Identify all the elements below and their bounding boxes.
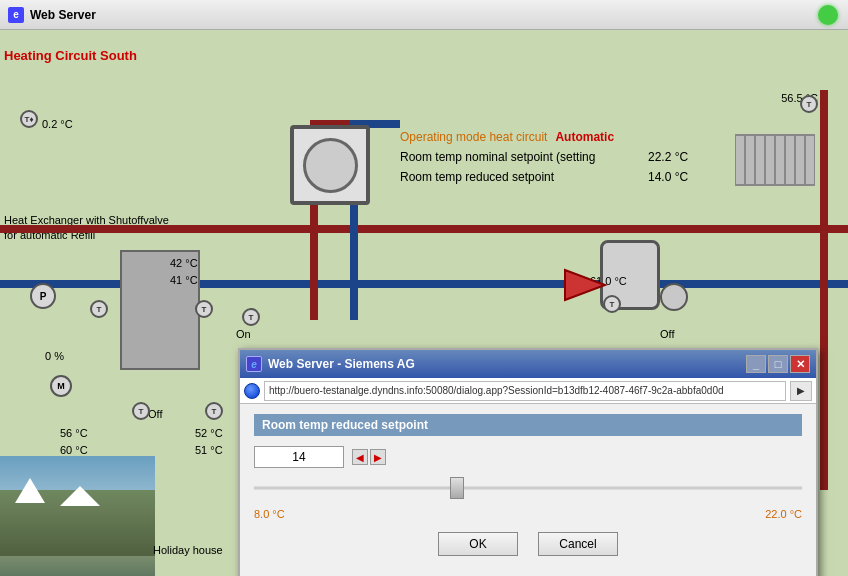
temp-52: 52 °C bbox=[195, 425, 223, 442]
modal-title-bar: e Web Server - Siemens AG _ □ ✕ bbox=[240, 350, 816, 378]
room-temp-reduced-value: 14.0 °C bbox=[648, 170, 688, 184]
three-way-valve bbox=[560, 265, 610, 305]
modal-minimize-button[interactable]: _ bbox=[746, 355, 766, 373]
modal-title-icon: e bbox=[246, 356, 262, 372]
temp-56: 56 °C bbox=[60, 425, 88, 442]
room-temp-nominal-row: Room temp nominal setpoint (setting 22.2… bbox=[400, 150, 780, 164]
go-button[interactable]: ▶ bbox=[790, 381, 812, 401]
sensor-T-bottom-right: T bbox=[205, 402, 223, 420]
modal-input-row: ◀ ▶ bbox=[254, 446, 802, 468]
boiler-inner bbox=[303, 138, 358, 193]
modal-title: Web Server - Siemens AG bbox=[268, 357, 415, 371]
cancel-button[interactable]: Cancel bbox=[538, 532, 618, 556]
sensor-T-valve: T bbox=[242, 308, 260, 326]
setpoint-input[interactable] bbox=[254, 446, 344, 468]
slider-track bbox=[254, 487, 802, 490]
sensor-icon: T♦ bbox=[20, 110, 38, 128]
room-temp-nominal-label: Room temp nominal setpoint (setting bbox=[400, 150, 640, 164]
modal-restore-button[interactable]: □ bbox=[768, 355, 788, 373]
svg-marker-0 bbox=[565, 270, 605, 300]
increment-button[interactable]: ▶ bbox=[370, 449, 386, 465]
modal-window: e Web Server - Siemens AG _ □ ✕ http://b… bbox=[238, 348, 818, 576]
range-row: 8.0 °C 22.0 °C bbox=[254, 508, 802, 520]
button-row: OK Cancel bbox=[254, 532, 802, 556]
valve-m: M bbox=[50, 375, 72, 397]
info-panel: Operating mode heat circuit Automatic Ro… bbox=[400, 130, 780, 190]
temps-56-60: 56 °C 60 °C bbox=[60, 425, 88, 458]
modal-controls: _ □ ✕ bbox=[746, 355, 810, 373]
location-label: Holiday house bbox=[153, 544, 223, 556]
sensor-T-left-2: T bbox=[195, 300, 213, 318]
boiler bbox=[290, 125, 370, 205]
operating-mode-row: Operating mode heat circuit Automatic bbox=[400, 130, 780, 144]
app-icon: e bbox=[8, 7, 24, 23]
arrow-buttons: ◀ ▶ bbox=[352, 449, 386, 465]
operating-mode-label: Operating mode heat circuit bbox=[400, 130, 547, 144]
address-field[interactable]: http://buero-testanalge.dyndns.info:5008… bbox=[264, 381, 786, 401]
modal-close-button[interactable]: ✕ bbox=[790, 355, 810, 373]
off-label-left: Off bbox=[148, 408, 162, 420]
modal-address-bar: http://buero-testanalge.dyndns.info:5008… bbox=[240, 378, 816, 404]
temps-42-41: 42 °C 41 °C bbox=[170, 255, 198, 288]
temp-41: 41 °C bbox=[170, 272, 198, 289]
pipe-vertical-right bbox=[820, 90, 828, 490]
main-area: Heating Circuit South 56.5 °C T♦ 0.2 °C … bbox=[0, 30, 848, 576]
sensor-T-top-right: T bbox=[800, 95, 818, 113]
sensor-T-left-1: T bbox=[90, 300, 108, 318]
modal-content: Room temp reduced setpoint ◀ ▶ 8.0 ° bbox=[240, 404, 816, 566]
off-label-right: Off bbox=[660, 328, 674, 340]
temp-42: 42 °C bbox=[170, 255, 198, 272]
modal-panel-title: Room temp reduced setpoint bbox=[254, 414, 802, 436]
decrement-button[interactable]: ◀ bbox=[352, 449, 368, 465]
browser-icon bbox=[244, 383, 260, 399]
window-title: Web Server bbox=[30, 8, 96, 22]
ok-button[interactable]: OK bbox=[438, 532, 518, 556]
status-indicator bbox=[818, 5, 838, 25]
title-bar: e Web Server bbox=[0, 0, 848, 30]
temp-51: 51 °C bbox=[195, 442, 223, 459]
room-temp-reduced-row: Room temp reduced setpoint 14.0 °C bbox=[400, 170, 780, 184]
faucet-valve bbox=[660, 283, 688, 311]
room-temp-reduced-label: Room temp reduced setpoint bbox=[400, 170, 640, 184]
pipe-horizontal-top bbox=[0, 225, 848, 233]
range-min: 8.0 °C bbox=[254, 508, 285, 520]
outdoor-sensor: T♦ bbox=[20, 110, 38, 128]
on-label: On bbox=[236, 328, 251, 340]
heating-circuit-title: Heating Circuit South bbox=[4, 48, 137, 63]
pump-p: P bbox=[30, 283, 56, 309]
pump-percent: 0 % bbox=[45, 350, 64, 362]
sensor-T-bottom-left: T bbox=[132, 402, 150, 420]
radiator bbox=[735, 125, 815, 207]
slider-thumb[interactable] bbox=[450, 477, 464, 499]
range-max: 22.0 °C bbox=[765, 508, 802, 520]
slider-container bbox=[254, 476, 802, 500]
room-temp-nominal-value: 22.2 °C bbox=[648, 150, 688, 164]
operating-mode-value: Automatic bbox=[555, 130, 614, 144]
temps-52-51: 52 °C 51 °C bbox=[195, 425, 223, 458]
outdoor-temp: 0.2 °C bbox=[42, 118, 73, 130]
location-image bbox=[0, 456, 155, 576]
